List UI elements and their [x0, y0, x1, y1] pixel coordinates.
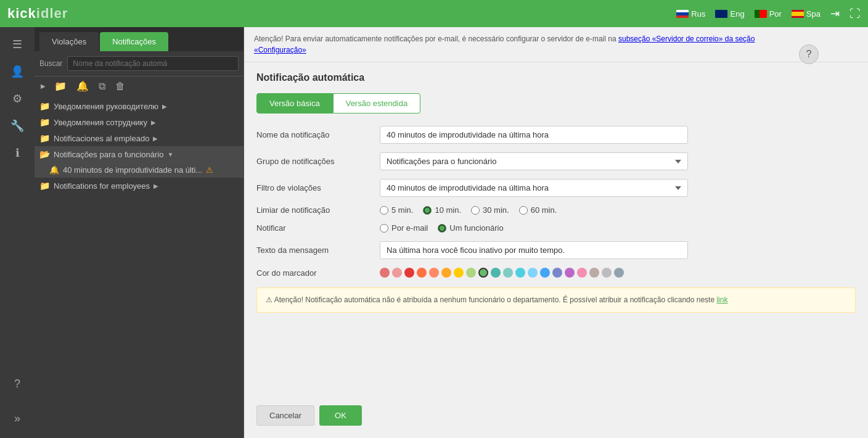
search-input[interactable]: [67, 56, 239, 71]
notification-name-label: Nome da notificação: [256, 130, 380, 139]
notify-employee-label: Um funcionário: [449, 223, 503, 233]
threshold-radio-group: 5 min. 10 min. 30 min. 60 min.: [380, 205, 688, 215]
threshold-5min[interactable]: 5 min.: [380, 205, 413, 215]
sidebar-icon-menu[interactable]: ☰: [5, 32, 30, 57]
notify-email-label: Por e-mail: [391, 223, 428, 233]
tree-item-label: Уведомления руководителю: [54, 102, 158, 111]
tree-item-40-minutos[interactable]: 🔔 40 minutos de improdutividade na últi.…: [35, 162, 244, 178]
right-panel: Atenção! Para enviar automaticamente not…: [244, 27, 868, 438]
delete-button[interactable]: 🗑: [113, 80, 128, 93]
color-dot-19[interactable]: [614, 268, 624, 278]
tree-item-uvedomleniya-rukovoditelu[interactable]: 📁 Уведомления руководителю ▶: [35, 98, 244, 114]
color-dot-4[interactable]: [429, 268, 439, 278]
tab-violacoes[interactable]: Violações: [39, 32, 99, 51]
search-label: Buscar: [39, 59, 62, 68]
notify-email[interactable]: Por e-mail: [380, 223, 428, 233]
main-layout: ☰ 👤 ⚙ 🔧 ℹ ? » Violações Notificações Bus…: [0, 27, 868, 438]
notify-employee-radio[interactable]: [438, 224, 446, 233]
color-dot-14[interactable]: [552, 268, 562, 278]
color-dot-13[interactable]: [540, 268, 550, 278]
nav-export-button[interactable]: ⇥: [830, 7, 840, 20]
sidebar-icons: ☰ 👤 ⚙ 🔧 ℹ ? »: [0, 27, 35, 438]
tree-item-notifications-employees[interactable]: 📁 Notifications for employees ▶: [35, 178, 244, 194]
color-dot-16[interactable]: [577, 268, 587, 278]
color-dot-2[interactable]: [404, 268, 414, 278]
flag-es-icon: [792, 10, 804, 18]
notification-group-select[interactable]: Notificações para o funcionário: [380, 152, 688, 170]
warning-link[interactable]: link: [716, 295, 727, 304]
notify-control: Por e-mail Um funcionário: [380, 223, 688, 233]
color-dot-6[interactable]: [454, 268, 464, 278]
threshold-60min[interactable]: 60 min.: [519, 205, 557, 215]
notify-email-radio[interactable]: [380, 224, 388, 233]
form-area: Notificação automática Versão básica Ver…: [244, 62, 868, 400]
threshold-10min[interactable]: 10 min.: [423, 205, 461, 215]
lang-es[interactable]: Spa: [792, 9, 821, 19]
threshold-5min-radio[interactable]: [380, 206, 388, 215]
add-folder-button[interactable]: 📁: [52, 79, 69, 93]
folder-open-icon: 📂: [39, 149, 50, 159]
threshold-control: 5 min. 10 min. 30 min. 60 min.: [380, 205, 688, 215]
tree-item-notificaciones-empleado[interactable]: 📁 Notificaciones al empleado ▶: [35, 130, 244, 146]
color-dot-18[interactable]: [602, 268, 612, 278]
notification-name-input[interactable]: [380, 126, 688, 144]
threshold-10min-radio[interactable]: [423, 206, 432, 215]
lang-es-label: Spa: [806, 9, 821, 19]
color-dot-7[interactable]: [466, 268, 476, 278]
color-dot-1[interactable]: [392, 268, 402, 278]
add-notification-button[interactable]: 🔔: [74, 79, 91, 93]
threshold-10min-label: 10 min.: [435, 205, 461, 215]
left-panel: Violações Notificações Buscar ▶ 📁 🔔 ⧉ 🗑 …: [35, 27, 244, 438]
lang-pt[interactable]: Por: [755, 9, 782, 19]
color-dot-0[interactable]: [380, 268, 390, 278]
color-dot-3[interactable]: [417, 268, 427, 278]
notification-group-label: Grupo de notificações: [256, 157, 380, 166]
color-dot-10[interactable]: [503, 268, 513, 278]
message-text-input[interactable]: [380, 241, 688, 259]
ok-button[interactable]: OK: [319, 405, 362, 426]
color-dot-8[interactable]: [478, 268, 488, 278]
threshold-label: Limiar de notificação: [256, 205, 380, 215]
cancel-button[interactable]: Cancelar: [256, 405, 314, 426]
sidebar-icon-wrench[interactable]: 🔧: [5, 114, 30, 138]
expand-all-button[interactable]: ▶: [39, 83, 47, 89]
threshold-30min-radio[interactable]: [471, 206, 480, 215]
threshold-60min-radio[interactable]: [519, 206, 528, 215]
color-dot-12[interactable]: [528, 268, 538, 278]
help-button[interactable]: ?: [799, 44, 819, 64]
violation-filter-select[interactable]: 40 minutos de improdutividade na última …: [380, 179, 688, 197]
color-dot-9[interactable]: [491, 268, 501, 278]
tree-item-label: Notificaciones al empleado: [54, 134, 149, 143]
tree-item-uvedomleniya-sotrudniku[interactable]: 📁 Уведомления сотруднику ▶: [35, 114, 244, 130]
notification-name-control: [380, 126, 688, 144]
sidebar-icon-settings[interactable]: ⚙: [5, 86, 30, 111]
color-dot-17[interactable]: [589, 268, 599, 278]
copy-button[interactable]: ⧉: [96, 80, 108, 93]
warning-text: Atenção! Notificação automática não é at…: [274, 295, 714, 304]
notify-employee[interactable]: Um funcionário: [438, 223, 503, 233]
flag-pt-icon: [755, 10, 767, 18]
sidebar-icon-user[interactable]: 👤: [5, 59, 30, 84]
sidebar-icon-help[interactable]: ?: [5, 371, 30, 396]
color-dot-15[interactable]: [565, 268, 575, 278]
violation-filter-row: Filtro de violações 40 minutos de improd…: [256, 179, 856, 197]
tree-item-label: Уведомления сотруднику: [54, 118, 147, 127]
arrow-right-icon: ▶: [151, 119, 156, 126]
message-text-control: [380, 241, 688, 259]
color-dot-11[interactable]: [515, 268, 525, 278]
sidebar-icon-expand[interactable]: »: [5, 406, 30, 431]
lang-ru-label: Rus: [691, 9, 705, 19]
tree-item-label: Notifications for employees: [54, 181, 150, 191]
lang-en[interactable]: Eng: [715, 9, 744, 19]
color-dot-5[interactable]: [441, 268, 451, 278]
tab-notificacoes[interactable]: Notificações: [100, 32, 168, 51]
arrow-down-icon: ▼: [168, 151, 174, 158]
lang-ru[interactable]: Rus: [676, 9, 705, 19]
threshold-30min[interactable]: 30 min.: [471, 205, 509, 215]
tree-item-notificacoes-funcionario[interactable]: 📂 Notificações para o funcionário ▼: [35, 146, 244, 162]
folder-icon: 📁: [39, 101, 50, 111]
version-basic-button[interactable]: Versão básica: [256, 93, 333, 114]
sidebar-icon-info[interactable]: ℹ: [5, 141, 30, 165]
version-extended-button[interactable]: Versão estendida: [333, 93, 420, 114]
nav-fullscreen-button[interactable]: ⛶: [850, 7, 861, 20]
